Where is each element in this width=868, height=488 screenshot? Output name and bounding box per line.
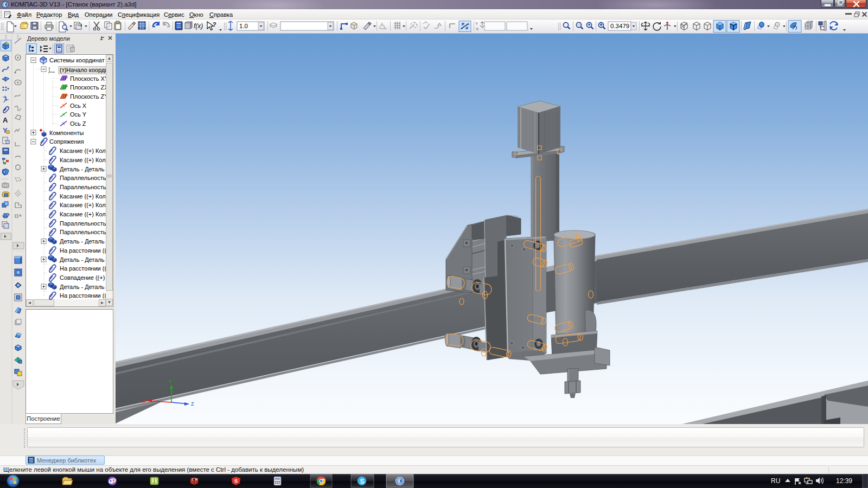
svg-text:Касание ((+) Коль: Касание ((+) Коль	[60, 202, 106, 208]
svg-text:Ось Z: Ось Z	[70, 120, 86, 127]
svg-text:1.0: 1.0	[239, 23, 248, 29]
svg-text:На расстоянии ((с: На расстоянии ((с	[60, 292, 106, 299]
svg-text:Плоскость ZX: Плоскость ZX	[70, 84, 106, 91]
svg-text:На расстоянии ((+: На расстоянии ((+	[60, 265, 106, 272]
svg-text:Параллельность (: Параллельность (	[60, 229, 106, 235]
svg-text:Параллельность (: Параллельность (	[60, 220, 106, 227]
svg-text:Параллельность (: Параллельность (	[60, 175, 106, 181]
svg-text:12:39: 12:39	[836, 477, 852, 485]
svg-text:Касание ((+) Коль: Касание ((+) Коль	[60, 193, 106, 200]
svg-text:S: S	[234, 478, 238, 484]
svg-text:A: A	[3, 116, 8, 124]
svg-text:S: S	[360, 478, 365, 485]
svg-text:Y: Y	[475, 21, 478, 26]
svg-text:?: ?	[213, 21, 216, 28]
svg-text:X: X	[476, 27, 479, 31]
svg-text:Y: Y	[169, 379, 172, 384]
svg-text:Деталь - Деталь: Деталь - Деталь	[60, 238, 105, 245]
svg-text:Касание ((+) Коль: Касание ((+) Коль	[60, 147, 106, 154]
svg-text:(т)Начало коорди: (т)Начало коорди	[60, 67, 106, 73]
svg-text:Плоскость ZY: Плоскость ZY	[70, 93, 106, 100]
svg-text:X: X	[142, 399, 145, 404]
svg-text:0.3479: 0.3479	[610, 23, 629, 29]
svg-text:RU: RU	[771, 477, 780, 485]
svg-text:Системы координат: Системы координат	[49, 57, 105, 63]
svg-text:Параллельность (: Параллельность (	[60, 184, 106, 190]
svg-text:Z: Z	[191, 401, 194, 407]
svg-text:W: W	[195, 478, 198, 481]
svg-text:S: S	[192, 478, 194, 481]
svg-text:Деталь - Деталь: Деталь - Деталь	[60, 284, 105, 290]
svg-text:Деталь - Деталь: Деталь - Деталь	[60, 166, 105, 172]
svg-text:Плоскость XY: Плоскость XY	[70, 75, 106, 82]
svg-text:Ось X: Ось X	[70, 102, 87, 109]
svg-text:Касание ((+) Коль: Касание ((+) Коль	[60, 211, 106, 217]
svg-text:Касание ((+) Коль: Касание ((+) Коль	[60, 157, 106, 163]
svg-text:Ось Y: Ось Y	[70, 111, 87, 118]
svg-text:Компоненты: Компоненты	[49, 130, 84, 136]
svg-text:Деталь - Деталь: Деталь - Деталь	[60, 256, 105, 263]
svg-text:Сопряжения: Сопряжения	[49, 138, 84, 145]
svg-text:Совпадение ((+) Д: Совпадение ((+) Д	[60, 274, 106, 281]
svg-text:На расстоянии ((-: На расстоянии ((-	[60, 247, 106, 254]
svg-text:f(x): f(x)	[194, 22, 203, 30]
